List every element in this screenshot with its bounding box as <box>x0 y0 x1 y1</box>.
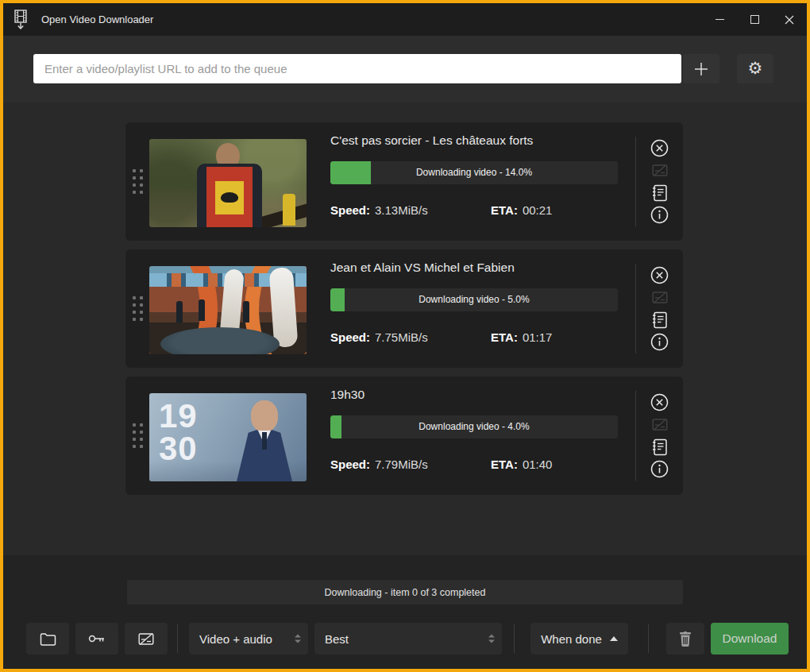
download-button[interactable]: Download <box>711 623 789 655</box>
x-circle-icon <box>650 393 669 411</box>
key-icon <box>88 633 106 644</box>
thumbnail-text: 1930 <box>159 400 198 465</box>
x-circle-icon <box>650 266 669 284</box>
log-button[interactable] <box>650 311 669 330</box>
cancel-item-button[interactable] <box>650 265 669 284</box>
item-details: 19h30 Downloading video - 4.0% Speed:7.7… <box>307 377 635 495</box>
divider <box>177 624 178 653</box>
app-window: Open Video Downloader <box>0 0 810 672</box>
drag-handle[interactable] <box>125 377 149 495</box>
gear-icon: ⚙ <box>748 60 763 77</box>
download-item: 1930 19h30 Downloading video - 4.0% Spee… <box>125 377 683 495</box>
info-button[interactable] <box>650 460 669 479</box>
status-bar: Downloading - item 0 of 3 completed <box>127 580 683 604</box>
select-arrows-icon <box>295 635 301 643</box>
window-controls <box>702 3 807 36</box>
speed-value: 7.75MiB/s <box>375 330 428 344</box>
cancel-item-button[interactable] <box>650 392 669 411</box>
authentication-button[interactable] <box>75 623 118 655</box>
progress-label: Downloading video - 14.0% <box>330 161 618 184</box>
minimize-button[interactable] <box>702 3 737 36</box>
video-title: C'est pas sorcier - Les châteaux forts <box>330 133 635 148</box>
grip-dots-icon <box>133 423 143 448</box>
drag-handle[interactable] <box>125 249 149 368</box>
progress-bar: Downloading video - 5.0% <box>330 288 618 311</box>
when-done-button[interactable]: When done <box>530 623 628 655</box>
item-actions <box>635 137 683 226</box>
grip-dots-icon <box>133 296 143 321</box>
progress-label: Downloading video - 5.0% <box>330 288 618 311</box>
maximize-button[interactable] <box>737 3 772 36</box>
close-button[interactable] <box>772 3 807 36</box>
item-details: C'est pas sorcier - Les châteaux forts D… <box>307 122 635 241</box>
format-select-value: Video + audio <box>199 632 272 646</box>
footer: Downloading - item 0 of 3 completed <box>3 555 807 669</box>
eta-label: ETA: <box>491 203 518 217</box>
plus-icon <box>694 62 708 76</box>
speed-stat: Speed:7.75MiB/s <box>330 330 491 344</box>
info-circle-icon <box>650 460 669 478</box>
info-circle-icon <box>650 333 669 351</box>
add-url-button[interactable] <box>683 54 719 83</box>
close-icon <box>785 15 794 25</box>
eta-label: ETA: <box>491 330 518 344</box>
cancel-item-button[interactable] <box>650 138 669 157</box>
info-circle-icon <box>650 206 669 224</box>
info-button[interactable] <box>650 206 669 225</box>
eta-value: 00:21 <box>523 203 553 217</box>
log-button[interactable] <box>650 183 669 203</box>
journal-text-icon <box>652 184 668 202</box>
speed-label: Speed: <box>330 458 370 471</box>
x-circle-icon <box>650 139 669 157</box>
grip-dots-icon <box>133 169 143 194</box>
progress-label: Downloading video - 4.0% <box>330 415 618 438</box>
speed-value: 7.79MiB/s <box>375 458 428 471</box>
chevron-up-icon <box>610 636 618 641</box>
title-bar: Open Video Downloader <box>3 3 807 36</box>
select-arrows-icon <box>488 635 495 643</box>
download-button-label: Download <box>723 631 777 646</box>
folder-icon <box>40 632 56 646</box>
info-button[interactable] <box>650 333 669 352</box>
video-thumbnail <box>149 266 307 354</box>
subtitles-toggle-button[interactable] <box>125 623 168 655</box>
speed-label: Speed: <box>330 330 370 344</box>
speed-value: 3.13MiB/s <box>375 203 428 217</box>
app-icon <box>13 9 32 31</box>
eta-value: 01:17 <box>523 330 553 344</box>
eta-label: ETA: <box>491 458 518 471</box>
settings-button[interactable]: ⚙ <box>737 54 773 83</box>
subtitles-off-icon <box>138 632 154 646</box>
speed-stat: Speed:7.79MiB/s <box>330 458 491 471</box>
log-button[interactable] <box>650 438 669 457</box>
speed-stat: Speed:3.13MiB/s <box>330 203 491 217</box>
url-input[interactable] <box>33 54 681 83</box>
quality-select-value: Best <box>325 632 349 646</box>
item-actions <box>635 391 683 481</box>
clear-queue-button[interactable] <box>666 623 704 655</box>
minimize-icon <box>716 19 724 20</box>
video-title: 19h30 <box>330 388 635 402</box>
progress-bar: Downloading video - 4.0% <box>330 415 618 438</box>
subtitles-unavailable-icon <box>650 288 669 307</box>
video-thumbnail: 1930 <box>149 393 307 481</box>
item-details: Jean et Alain VS Michel et Fabien Downlo… <box>307 249 635 368</box>
format-select[interactable]: Video + audio <box>189 623 308 655</box>
journal-text-icon <box>652 311 668 329</box>
when-done-label: When done <box>541 632 602 646</box>
eta-stat: ETA:01:17 <box>491 330 552 344</box>
speed-label: Speed: <box>330 203 370 217</box>
video-thumbnail <box>149 139 307 227</box>
video-title: Jean et Alain VS Michel et Fabien <box>330 261 635 275</box>
maximize-icon <box>750 15 759 24</box>
quality-select[interactable]: Best <box>314 623 502 655</box>
download-folder-button[interactable] <box>26 623 69 655</box>
subtitles-unavailable-icon <box>650 415 669 434</box>
eta-stat: ETA:00:21 <box>491 203 552 217</box>
progress-bar: Downloading video - 14.0% <box>330 161 618 184</box>
eta-value: 01:40 <box>523 458 553 471</box>
window-title: Open Video Downloader <box>41 14 153 25</box>
item-stats: Speed:7.75MiB/s ETA:01:17 <box>330 330 635 344</box>
drag-handle[interactable] <box>125 122 149 241</box>
divider <box>648 624 649 653</box>
